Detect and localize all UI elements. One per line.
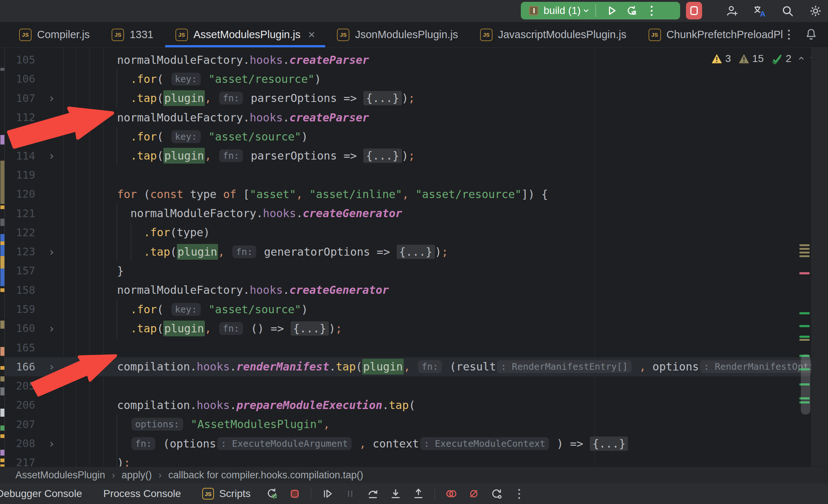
view-breakpoints-icon[interactable]	[444, 487, 458, 500]
mute-breakpoints-icon[interactable]	[467, 487, 480, 500]
stripe-mark	[799, 252, 810, 253]
code-line-205[interactable]: 205	[5, 376, 810, 395]
fold-arrow-icon[interactable]: ›	[40, 149, 63, 162]
code-line-114[interactable]: 114› .tap(plugin, fn: parserOptions => {…	[5, 146, 810, 165]
breadcrumb-item[interactable]: apply()	[121, 470, 152, 481]
breadcrumb-separator: ›	[159, 470, 162, 481]
tab-jsonmodulesplugin-js[interactable]: JSJsonModulesPlugin.js	[326, 22, 469, 47]
tab-compiler-js[interactable]: JSCompiler.js	[8, 22, 101, 47]
fold-arrow-icon[interactable]: ›	[40, 92, 63, 105]
debug-toolbar: Debugger Console Process Console JS Scri…	[0, 483, 828, 504]
stop-icon[interactable]	[288, 487, 301, 500]
step-into-icon[interactable]	[389, 487, 402, 500]
line-number: 159	[5, 303, 40, 315]
code-line-217[interactable]: 217);	[5, 453, 810, 467]
code-line-122[interactable]: 122 .for(type)	[5, 223, 810, 242]
step-over-icon[interactable]	[366, 487, 380, 500]
breadcrumb: AssetModulesPlugin › apply() › callback …	[0, 467, 828, 483]
sliver-mark	[0, 387, 4, 395]
tab-chunkprefetchpreloadplugin-js[interactable]: JSChunkPrefetchPreloadPlugin.js	[638, 22, 784, 47]
tabs-more-icon[interactable]	[788, 30, 790, 40]
breadcrumb-item[interactable]: callback for compiler.hooks.compilation.…	[168, 470, 363, 481]
code-line-105[interactable]: 105normalModuleFactory.hooks.createParse…	[5, 50, 810, 69]
stripe-mark	[799, 244, 810, 246]
code-line-207[interactable]: 207 options: "AssetModulesPlugin",	[5, 415, 810, 434]
tab-label: JsonModulesPlugin.js	[355, 29, 458, 41]
code-line-159[interactable]: 159 .for( key: "asset/source")	[5, 300, 810, 319]
no-errors-badge[interactable]: 2	[771, 53, 792, 65]
line-number: 208	[5, 437, 40, 450]
code-line-160[interactable]: 160› .tap(plugin, fn: () => {...});	[5, 319, 810, 338]
code-text: .tap(plugin, fn: parserOptions => {...})…	[117, 148, 415, 164]
code-text: .for( key: "asset/source")	[117, 303, 308, 316]
translate-icon[interactable]: A	[753, 4, 767, 18]
js-file-icon: JS	[649, 29, 661, 41]
rerun-debug-icon[interactable]	[265, 487, 279, 500]
code-line-121[interactable]: 121 normalModuleFactory.hooks.createGene…	[5, 204, 810, 223]
code-line-120[interactable]: 120for (const type of ["asset", "asset/i…	[5, 185, 810, 204]
code-line-157[interactable]: 157}	[5, 261, 810, 280]
fold-arrow-icon[interactable]: ›	[40, 245, 63, 258]
line-number: 122	[5, 226, 40, 239]
js-file-icon: JS	[112, 29, 124, 41]
code-text: normalModuleFactory.hooks.createGenerato…	[117, 284, 389, 296]
weak-warnings-badge[interactable]: 15	[738, 53, 764, 65]
code-line-165[interactable]: 165	[5, 338, 810, 357]
code-text: .for( key: "asset/resource")	[117, 73, 321, 85]
user-add-icon[interactable]	[725, 4, 739, 18]
code-text: compilation.hooks.renderManifest.tap(plu…	[117, 359, 828, 375]
stop-button[interactable]	[686, 2, 702, 19]
tab-assetmodulesplugin-js[interactable]: JSAssetModulesPlugin.js×	[164, 22, 326, 47]
line-number: 158	[5, 284, 40, 296]
line-number: 123	[5, 245, 40, 258]
play-icon[interactable]	[602, 3, 622, 19]
sliver-mark	[0, 205, 4, 209]
fold-arrow-icon[interactable]: ›	[40, 322, 63, 335]
run-configuration-widget[interactable]: build (1) ›	[521, 2, 680, 19]
rerun-icon[interactable]	[622, 3, 642, 19]
pause-icon[interactable]	[344, 487, 357, 500]
code-lines: 105normalModuleFactory.hooks.createParse…	[5, 50, 810, 467]
code-line-206[interactable]: 206compilation.hooks.prepareModuleExecut…	[5, 395, 810, 414]
code-line-166[interactable]: 166›compilation.hooks.renderManifest.tap…	[5, 357, 810, 376]
code-line-107[interactable]: 107› .tap(plugin, fn: parserOptions => {…	[5, 89, 810, 108]
divider	[595, 4, 596, 17]
svg-text:A: A	[760, 10, 766, 18]
code-line-208[interactable]: 208› fn: (options: ExecuteModuleArgument…	[5, 434, 810, 453]
warnings-badge[interactable]: 3	[711, 53, 731, 65]
code-line-158[interactable]: 158normalModuleFactory.hooks.createGener…	[5, 281, 810, 300]
resume-icon[interactable]	[321, 487, 334, 500]
scrollbar-thumb[interactable]	[801, 354, 810, 414]
tab-debugger-console[interactable]: Debugger Console	[0, 488, 82, 500]
weak-warning-icon	[738, 54, 749, 64]
tab-scripts[interactable]: JS Scripts	[202, 488, 251, 500]
tab-1331[interactable]: JS1331	[101, 22, 164, 47]
left-panel-sliver	[0, 48, 5, 467]
code-line-119[interactable]: 119	[5, 165, 810, 185]
code-line-106[interactable]: 106 .for( key: "asset/resource")	[5, 69, 810, 88]
code-line-113[interactable]: 113 .for( key: "asset/source")	[5, 127, 810, 146]
code-editor[interactable]: 105normalModuleFactory.hooks.createParse…	[0, 48, 828, 467]
code-line-123[interactable]: 123› .tap(plugin, fn: generatorOptions =…	[5, 242, 810, 261]
divider	[435, 488, 435, 499]
more-vertical-icon[interactable]	[513, 487, 526, 500]
tab-javascriptmodulesplugin-js[interactable]: JSJavascriptModulesPlugin.js	[469, 22, 638, 47]
settings-gear-icon[interactable]	[809, 4, 822, 18]
close-icon[interactable]: ×	[308, 28, 315, 41]
more-vertical-icon[interactable]	[642, 3, 661, 19]
stripe-mark	[799, 336, 810, 338]
tab-process-console[interactable]: Process Console	[104, 488, 181, 500]
run-config-label[interactable]: build (1)	[544, 5, 581, 17]
breadcrumb-item[interactable]: AssetModulesPlugin	[15, 470, 105, 481]
bell-icon[interactable]	[805, 28, 818, 42]
code-text: .tap(plugin, fn: () => {...});	[117, 321, 342, 336]
fold-arrow-icon[interactable]: ›	[40, 437, 63, 450]
code-line-112[interactable]: 112normalModuleFactory.hooks.createParse…	[5, 108, 810, 127]
line-number: 106	[5, 73, 40, 85]
step-out-icon[interactable]	[412, 487, 425, 500]
line-number: 105	[5, 54, 40, 66]
search-icon[interactable]	[781, 4, 795, 18]
reset-frame-icon[interactable]	[490, 487, 503, 500]
js-file-icon: JS	[175, 29, 188, 41]
code-text: }	[117, 264, 124, 277]
